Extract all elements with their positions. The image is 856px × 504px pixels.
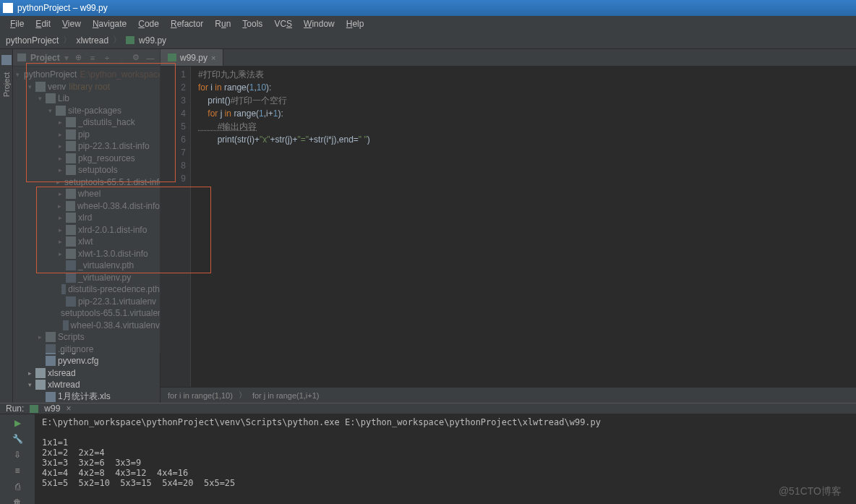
tree-label: site-packages <box>68 106 121 116</box>
tab-label: w99.py <box>180 53 207 63</box>
window-title: pythonProject – w99.py <box>17 3 108 13</box>
tree-arrow-icon[interactable]: ▸ <box>56 238 64 245</box>
tree-row[interactable]: ▸ xlwt-1.3.0.dist-info <box>13 248 160 260</box>
tree-row[interactable]: ▸ xlwt <box>13 236 160 248</box>
tree-arrow-icon[interactable]: ▸ <box>56 131 64 138</box>
tree-row[interactable]: _virtualenv.py <box>13 272 160 284</box>
project-tree[interactable]: ▾ pythonProject E:\python_workspace ▾ ve… <box>13 67 160 403</box>
menu-file[interactable]: FFileile <box>4 19 30 29</box>
tree-arrow-icon[interactable]: ▸ <box>56 166 64 174</box>
breadcrumb-item[interactable]: pythonProject <box>6 35 59 46</box>
tree-arrow-icon[interactable]: ▾ <box>46 107 54 114</box>
tree-label: setuptools-65.5.1.virtualenv <box>61 308 160 318</box>
editor-breadcrumb-item[interactable]: for i in range(1,10) <box>168 391 233 400</box>
project-panel: Project ▾ ⊕ ≡ ÷ | ⚙ — ▾ pythonProject E:… <box>13 49 160 403</box>
tree-row[interactable]: ▾ pythonProject E:\python_workspace <box>13 69 160 81</box>
editor-tab[interactable]: w99.py × <box>160 49 223 66</box>
tree-arrow-icon[interactable]: ▸ <box>56 155 64 162</box>
run-config-name[interactable]: w99 <box>44 403 60 414</box>
tree-label: 1月统计表.xls <box>58 390 111 403</box>
gear-icon[interactable]: ⚙ <box>131 53 141 63</box>
folder-icon <box>46 332 56 342</box>
menu-tools[interactable]: Tools <box>236 19 268 29</box>
tree-arrow-icon[interactable]: ▸ <box>26 370 33 377</box>
tree-row[interactable]: ▸ xlrd <box>13 212 160 224</box>
tree-arrow-icon[interactable]: ▸ <box>56 179 60 186</box>
tree-row[interactable]: distutils-precedence.pth <box>13 283 160 296</box>
close-icon[interactable]: × <box>66 403 71 414</box>
rerun-icon[interactable]: ▶ <box>12 417 23 429</box>
tree-arrow-icon[interactable]: ▾ <box>36 95 43 102</box>
menu-view[interactable]: View <box>56 19 87 29</box>
tree-arrow-icon[interactable]: ▸ <box>56 202 64 210</box>
chevron-right-icon: 〉 <box>239 390 247 401</box>
print-icon[interactable]: ⎙ <box>12 481 23 492</box>
tree-row[interactable]: pip-22.3.1.virtualenv <box>13 296 160 308</box>
run-tool-window: Run: w99 × ▶ 🔧 ⇩ ≡ ⎙ 🗑 E:\python_workspa… <box>0 403 856 504</box>
menu-code[interactable]: Code <box>132 19 165 29</box>
tree-arrow-icon[interactable]: ▾ <box>26 83 33 90</box>
collapse-all-icon[interactable]: ÷ <box>102 53 112 63</box>
editor-breadcrumb-item[interactable]: for j in range(1,i+1) <box>252 391 320 400</box>
project-tool-icon[interactable] <box>1 55 12 65</box>
tree-arrow-icon[interactable]: ▸ <box>56 190 64 197</box>
tree-row[interactable]: ▸ setuptools-65.5.1.dist-info <box>13 176 160 189</box>
tree-arrow-icon[interactable]: ▸ <box>56 142 64 150</box>
tree-row[interactable]: setuptools-65.5.1.virtualenv <box>13 307 160 320</box>
tree-arrow-icon[interactable]: ▸ <box>56 119 64 126</box>
tree-row[interactable]: 1月统计表.xls <box>13 391 160 403</box>
tree-row[interactable]: _virtualenv.pth <box>13 260 160 272</box>
tree-row[interactable]: ▸ pip-22.3.1.dist-info <box>13 140 160 153</box>
tree-row[interactable]: ▾ site-packages <box>13 105 160 117</box>
close-icon[interactable]: × <box>211 54 215 62</box>
down-icon[interactable]: ⇩ <box>12 449 23 461</box>
tree-row[interactable]: ▸ pip <box>13 129 160 141</box>
tree-row[interactable]: ▸ pkg_resources <box>13 153 160 165</box>
tree-row[interactable]: ▸ Scripts <box>13 331 160 343</box>
tree-arrow-icon[interactable]: ▾ <box>26 381 33 388</box>
tree-row[interactable]: ▾ xlwtread <box>13 379 160 391</box>
tree-row[interactable]: ▾ Lib <box>13 93 160 105</box>
run-output[interactable]: E:\python_workspace\pythonProject\venv\S… <box>35 414 856 504</box>
tree-row[interactable]: ▾ venv library root <box>13 81 160 93</box>
tree-row[interactable]: ▸ wheel <box>13 188 160 200</box>
menu-refactor[interactable]: Refactor <box>165 19 209 29</box>
code-editor[interactable]: #打印九九乘法表 for i in range(1,10): print()#打… <box>191 67 856 387</box>
tree-label: xlwt-1.3.0.dist-info <box>78 249 148 259</box>
expand-all-icon[interactable]: ≡ <box>87 53 98 63</box>
project-tool-label[interactable]: Project <box>2 72 11 97</box>
breadcrumb-item[interactable]: xlwtread <box>76 35 108 46</box>
wrench-icon[interactable]: 🔧 <box>12 433 23 445</box>
tree-arrow-icon[interactable]: ▸ <box>36 333 43 341</box>
tree-row[interactable]: ▸ setuptools <box>13 164 160 176</box>
editor-breadcrumb: for i in range(1,10) 〉 for j in range(1,… <box>160 387 856 403</box>
line-gutter: 123456789 <box>160 67 191 387</box>
tree-row[interactable]: .gitignore <box>13 343 160 356</box>
menu-edit[interactable]: Edit <box>30 19 56 29</box>
menu-help[interactable]: Help <box>341 19 370 29</box>
breadcrumb-item[interactable]: w99.py <box>139 35 166 46</box>
tree-row[interactable]: ▸ wheel-0.38.4.dist-info <box>13 200 160 213</box>
tree-row[interactable]: pyvenv.cfg <box>13 355 160 367</box>
trash-icon[interactable]: 🗑 <box>12 497 23 504</box>
menu-window[interactable]: Window <box>298 19 341 29</box>
menu-vcs[interactable]: VCS <box>268 19 298 29</box>
tree-arrow-icon[interactable]: ▸ <box>56 250 64 257</box>
tree-arrow-icon[interactable]: ▾ <box>16 71 20 78</box>
tree-arrow-icon[interactable]: ▸ <box>56 226 64 234</box>
menu-run[interactable]: Run <box>209 19 236 29</box>
chevron-down-icon[interactable]: ▾ <box>64 53 69 63</box>
target-icon[interactable]: ⊕ <box>73 53 83 63</box>
tree-row[interactable]: ▸ xlsread <box>13 367 160 380</box>
hide-icon[interactable]: — <box>145 53 155 63</box>
layout-icon[interactable]: ≡ <box>12 465 23 477</box>
tree-arrow-icon[interactable]: ▸ <box>56 214 64 221</box>
folder-icon <box>66 225 76 235</box>
tree-label: Lib <box>58 93 69 103</box>
tree-label: _virtualenv.py <box>78 273 131 283</box>
tree-row[interactable]: ▸ _distutils_hack <box>13 116 160 129</box>
menu-navigate[interactable]: Navigate <box>87 19 132 29</box>
tree-row[interactable]: ▸ xlrd-2.0.1.dist-info <box>13 224 160 236</box>
tree-row[interactable]: wheel-0.38.4.virtualenv <box>13 320 160 332</box>
project-panel-title: Project <box>30 53 60 63</box>
